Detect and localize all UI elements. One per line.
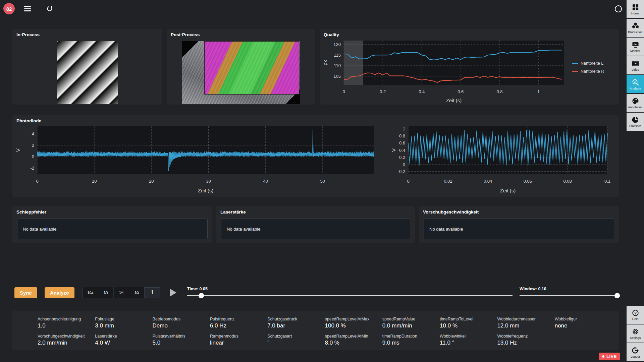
- sidebar-item-monitor[interactable]: Monitor: [627, 38, 644, 56]
- statistics-icon: [632, 116, 639, 124]
- post-process-image-wrap: [167, 41, 315, 104]
- svg-text:110: 110: [334, 63, 341, 68]
- parameter-label: speedRampLevelAtMax: [325, 317, 382, 321]
- analyze-button[interactable]: Analyze: [45, 287, 74, 298]
- sidebar-item-annotation[interactable]: Annotation: [627, 94, 644, 112]
- parameter-label: timeRampToLevel: [440, 317, 497, 321]
- fraction-button-1-4[interactable]: 1⁄4: [114, 287, 129, 298]
- status-ring-icon[interactable]: [615, 5, 622, 12]
- svg-text:0: 0: [342, 89, 345, 94]
- legend-item[interactable]: Nahtbreite R: [572, 69, 604, 74]
- svg-text:0.2: 0.2: [399, 155, 405, 160]
- sidebar-item-production[interactable]: Production: [627, 19, 644, 37]
- empty-state: No data available: [424, 219, 614, 239]
- panel-title: In-Process: [12, 29, 162, 37]
- parameter-cell: Pulstastverhältnis5.0: [153, 334, 210, 346]
- parameter-label: Laserstärke: [95, 334, 152, 339]
- empty-state: No data available: [221, 219, 410, 239]
- sidebar-item-settings[interactable]: Settings: [627, 324, 644, 343]
- svg-text:0: 0: [407, 179, 409, 184]
- photodiode-overview-chart[interactable]: -202401020304050VZeit (s): [15, 123, 377, 196]
- sidebar-item-logout[interactable]: Logout: [627, 343, 644, 361]
- play-button[interactable]: [170, 289, 176, 297]
- svg-text:30: 30: [206, 179, 211, 184]
- parameter-label: Wobblefigur: [555, 317, 612, 321]
- svg-text:0: 0: [36, 179, 38, 184]
- parameter-cell: Wobblefrequenz13.0 Hz: [497, 334, 554, 346]
- in-process-image[interactable]: [57, 41, 118, 104]
- parameter-value: 10.0 %: [440, 322, 497, 329]
- menu-icon[interactable]: [23, 3, 33, 14]
- parameter-label: Wobbledurchmesser: [497, 317, 554, 321]
- parameter-value: 5.0: [153, 340, 210, 346]
- parameter-cell: timeRampToLevel10.0 %: [440, 317, 497, 329]
- sidebar-item-statistics[interactable]: Statistics: [627, 113, 644, 131]
- svg-text:10: 10: [92, 179, 97, 184]
- fraction-button-1-16[interactable]: 1⁄16: [83, 287, 98, 298]
- window-slider-block: Window: 0.10: [520, 287, 617, 296]
- panel-title: Schleppfehler: [12, 206, 212, 215]
- svg-text:0.02: 0.02: [444, 179, 452, 184]
- svg-text:-2: -2: [30, 166, 34, 171]
- svg-text:0.2: 0.2: [380, 89, 386, 94]
- time-slider-block: Time: 0.05: [187, 287, 513, 296]
- parameter-label: Betriebsmodus: [153, 317, 210, 321]
- svg-text:-0.2: -0.2: [398, 169, 405, 174]
- parameter-cell: Schutzgasdruck7.0 bar: [267, 317, 325, 329]
- parameter-cell: BetriebsmodusDemo: [153, 317, 210, 329]
- sidebar-item-home[interactable]: Home: [627, 0, 644, 18]
- logout-icon: [632, 347, 639, 354]
- fraction-button-1[interactable]: 1: [145, 287, 160, 298]
- panel-vorschubgeschwindigkeit: Vorschubgeschwindigkeit No data availabl…: [419, 206, 619, 243]
- svg-text:0.6: 0.6: [399, 140, 405, 145]
- parameter-value: 2.0 mm/min: [38, 340, 95, 346]
- notification-badge[interactable]: 82: [3, 3, 15, 14]
- parameter-cell: speedRampLevelAtMin8.0 %: [325, 334, 382, 346]
- sidebar-item-analysis[interactable]: Analysis: [627, 75, 644, 93]
- settings-icon: [632, 328, 639, 336]
- parameter-cell: Achsenbeschleunigung1.0: [38, 317, 95, 329]
- sync-button[interactable]: Sync: [14, 287, 37, 298]
- refresh-icon[interactable]: [46, 5, 53, 12]
- parameter-label: Pulsfrequenz: [210, 317, 267, 321]
- legend-item[interactable]: Nahtbreite L: [572, 61, 604, 66]
- sidebar-item-video[interactable]: Video: [627, 56, 644, 74]
- parameter-cell: Wobbledurchmesser12.0 mm: [497, 317, 554, 329]
- fraction-button-group: 1⁄161⁄81⁄41⁄21: [83, 287, 160, 298]
- svg-text:4: 4: [32, 131, 34, 136]
- svg-text:V: V: [391, 148, 396, 152]
- parameter-value: 100.0 %: [325, 322, 382, 329]
- sidebar-item-label: Logout: [631, 355, 640, 358]
- live-label: LIVE: [606, 354, 617, 359]
- quality-chart[interactable]: 10511011512000.20.40.60.81pxZeit (s): [322, 37, 567, 106]
- time-slider-thumb[interactable]: [199, 293, 204, 298]
- panel-in-process: In-Process: [12, 29, 162, 105]
- time-slider[interactable]: [187, 295, 513, 296]
- app-root: 82 HomeProductionMonitorVideoAnalysisAnn…: [0, 0, 644, 362]
- panel-parameters: Achsenbeschleunigung1.0Fokuslage3.0 mmBe…: [12, 311, 619, 350]
- panel-laserstaerke: Laserstärke No data available: [216, 206, 415, 243]
- fraction-button-1-2[interactable]: 1⁄2: [129, 287, 145, 298]
- parameter-value: 4.0 W: [95, 340, 152, 346]
- parameter-cell: timeRampDuration9.0 ms: [382, 334, 440, 346]
- sidebar-item-label: Home: [631, 12, 639, 15]
- parameters-grid: Achsenbeschleunigung1.0Fokuslage3.0 mmBe…: [12, 311, 619, 346]
- fraction-button-1-8[interactable]: 1⁄8: [98, 287, 114, 298]
- parameter-label: Wobblefrequenz: [497, 334, 554, 339]
- svg-text:px: px: [322, 60, 328, 65]
- play-icon: [170, 289, 176, 297]
- sidebar-item-help[interactable]: ?Help: [627, 306, 644, 324]
- svg-text:0.4: 0.4: [399, 148, 405, 153]
- svg-text:105: 105: [333, 74, 341, 79]
- window-slider[interactable]: [520, 295, 617, 296]
- post-process-image[interactable]: [182, 41, 300, 104]
- parameter-value: 0.0 mm/min: [382, 322, 440, 329]
- parameter-cell: Pulsfrequenz6.0 Hz: [210, 317, 267, 329]
- photodiode-window-chart[interactable]: -0.200.20.40.60.8100.020.040.060.080.1VZ…: [391, 123, 612, 196]
- parameter-label: Pulstastverhältnis: [153, 334, 210, 339]
- window-slider-thumb[interactable]: [614, 293, 620, 298]
- svg-text:1: 1: [537, 89, 540, 94]
- panel-photodiode: Photodiode -202401020304050VZeit (s) -0.…: [12, 115, 619, 197]
- monitor-icon: [632, 41, 639, 49]
- parameter-label: Vorschubgeschwindigkeit: [38, 334, 95, 339]
